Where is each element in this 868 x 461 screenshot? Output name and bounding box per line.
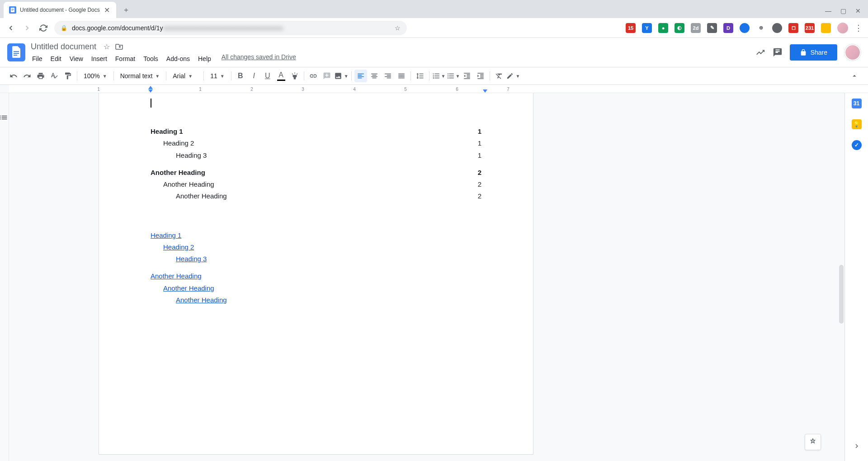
ext-icon-3[interactable]: ● xyxy=(658,23,668,33)
collapse-toolbar-button[interactable] xyxy=(848,70,861,82)
comments-icon[interactable] xyxy=(773,47,783,57)
docs-logo-icon[interactable] xyxy=(7,43,25,61)
align-right-button[interactable] xyxy=(382,70,394,82)
share-button[interactable]: Share xyxy=(790,44,837,61)
tasks-icon[interactable]: ✓ xyxy=(852,140,862,150)
increase-indent-button[interactable] xyxy=(474,70,487,82)
left-indent-icon[interactable] xyxy=(148,89,153,93)
menu-help[interactable]: Help xyxy=(195,53,214,64)
ext-icon-9[interactable]: ⊕ xyxy=(756,23,766,33)
line-spacing-button[interactable] xyxy=(414,70,426,82)
ext-icon-8[interactable] xyxy=(740,23,750,33)
calendar-icon[interactable]: 31 xyxy=(852,99,862,108)
outline-toggle-icon[interactable] xyxy=(0,113,10,124)
spellcheck-button[interactable] xyxy=(48,70,61,82)
align-center-button[interactable] xyxy=(368,70,381,82)
underline-button[interactable]: U xyxy=(261,70,274,82)
document-page[interactable]: Heading 11Heading 21Heading 31Another He… xyxy=(99,93,533,455)
toc-link[interactable]: Another Heading xyxy=(151,272,202,280)
horizontal-ruler[interactable]: 1 1 2 3 4 5 6 7 xyxy=(0,85,868,93)
address-bar[interactable]: 🔒 docs.google.com/document/d/1yxxxxxxxxx… xyxy=(54,21,407,35)
menu-tools[interactable]: Tools xyxy=(140,53,161,64)
text-color-button[interactable]: A xyxy=(275,70,288,82)
align-left-button[interactable] xyxy=(354,70,367,82)
svg-rect-2 xyxy=(12,9,14,10)
toc-link[interactable]: Another Heading xyxy=(176,296,227,304)
first-line-indent-icon[interactable] xyxy=(148,86,153,89)
menu-edit[interactable]: Edit xyxy=(47,53,65,64)
print-button[interactable] xyxy=(34,70,47,82)
activity-icon[interactable] xyxy=(755,47,765,57)
bulleted-list-button[interactable]: ▼ xyxy=(447,70,460,82)
document-title[interactable]: Untitled document xyxy=(29,41,98,52)
decrease-indent-button[interactable] xyxy=(461,70,473,82)
save-status[interactable]: All changes saved in Drive xyxy=(222,53,296,64)
reload-button[interactable] xyxy=(38,23,49,33)
bookmark-star-icon[interactable]: ☆ xyxy=(395,24,401,32)
highlight-button[interactable] xyxy=(288,70,301,82)
ext-icon-1[interactable]: 15 xyxy=(626,23,636,33)
ext-icon-7[interactable]: D xyxy=(723,23,733,33)
insert-comment-button[interactable] xyxy=(321,70,333,82)
toc-link[interactable]: Another Heading xyxy=(163,284,214,292)
browser-tab[interactable]: Untitled document - Google Docs ✕ xyxy=(4,2,116,18)
toc-row[interactable]: Another Heading2 xyxy=(151,179,481,190)
insert-link-button[interactable] xyxy=(307,70,320,82)
toc-row[interactable]: Heading 31 xyxy=(151,150,481,161)
ext-icon-2[interactable]: Y xyxy=(642,23,652,33)
ext-icon-6[interactable]: ✎ xyxy=(707,23,717,33)
toc-text: Another Heading xyxy=(176,190,227,202)
browser-profile-avatar[interactable] xyxy=(837,23,848,33)
ext-icon-13[interactable] xyxy=(821,23,831,33)
zoom-select[interactable]: 100%▼ xyxy=(80,72,111,80)
minimize-icon[interactable]: — xyxy=(825,7,831,14)
side-panel-expand-icon[interactable] xyxy=(853,442,861,450)
toc-link[interactable]: Heading 2 xyxy=(163,243,194,251)
document-scroll[interactable]: Heading 11Heading 21Heading 31Another He… xyxy=(9,93,844,461)
toc-text: Heading 2 xyxy=(163,137,194,149)
toc-link[interactable]: Heading 3 xyxy=(176,255,207,263)
keep-icon[interactable]: 💡 xyxy=(852,119,862,129)
ext-icon-4[interactable]: ◐ xyxy=(675,23,684,33)
ext-icon-12[interactable]: 231 xyxy=(805,23,815,33)
browser-menu-icon[interactable]: ⋮ xyxy=(854,23,863,33)
font-select[interactable]: Arial▼ xyxy=(169,72,201,80)
toc-row[interactable]: Heading 11 xyxy=(151,126,481,137)
bold-button[interactable]: B xyxy=(234,70,247,82)
insert-image-button[interactable]: ▼ xyxy=(334,70,349,82)
menu-addons[interactable]: Add-ons xyxy=(163,53,193,64)
maximize-icon[interactable]: ▢ xyxy=(840,7,846,14)
menu-format[interactable]: Format xyxy=(112,53,138,64)
redo-button[interactable] xyxy=(21,70,33,82)
star-icon[interactable]: ☆ xyxy=(104,42,110,51)
account-avatar[interactable] xyxy=(844,44,861,61)
undo-button[interactable] xyxy=(7,70,20,82)
ext-icon-11[interactable]: ◻ xyxy=(788,23,798,33)
numbered-list-button[interactable]: ▼ xyxy=(432,70,446,82)
ext-icon-5[interactable]: 2d xyxy=(691,23,701,33)
menu-file[interactable]: File xyxy=(29,53,46,64)
back-button[interactable] xyxy=(5,23,16,33)
italic-button[interactable]: I xyxy=(248,70,260,82)
font-size-select[interactable]: 11▼ xyxy=(207,72,228,80)
new-tab-button[interactable]: ＋ xyxy=(120,4,132,16)
scrollbar-thumb[interactable] xyxy=(839,265,844,324)
right-indent-icon[interactable] xyxy=(483,89,487,93)
paint-format-button[interactable] xyxy=(61,70,74,82)
menu-view[interactable]: View xyxy=(66,53,86,64)
clear-formatting-button[interactable] xyxy=(493,70,505,82)
close-window-icon[interactable]: ✕ xyxy=(855,7,861,14)
toc-row[interactable]: Another Heading2 xyxy=(151,190,481,202)
move-icon[interactable] xyxy=(115,43,123,50)
explore-button[interactable] xyxy=(805,434,821,450)
editing-mode-button[interactable]: ▼ xyxy=(506,70,520,82)
toc-row[interactable]: Heading 21 xyxy=(151,137,481,149)
toc-link[interactable]: Heading 1 xyxy=(151,231,181,239)
toc-row[interactable]: Another Heading2 xyxy=(151,167,481,179)
close-tab-icon[interactable]: ✕ xyxy=(104,6,111,14)
ext-icon-10[interactable] xyxy=(772,23,782,33)
paragraph-style-select[interactable]: Normal text▼ xyxy=(117,72,163,80)
align-justify-button[interactable] xyxy=(395,70,408,82)
forward-button[interactable] xyxy=(22,23,33,33)
menu-insert[interactable]: Insert xyxy=(88,53,110,64)
